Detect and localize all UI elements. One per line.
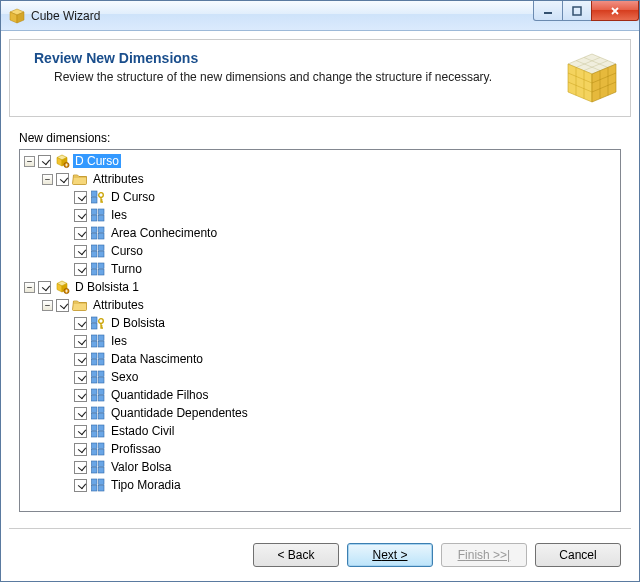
window-title: Cube Wizard [31, 9, 100, 23]
tree-node-label[interactable]: D Curso [109, 190, 157, 204]
tree-checkbox[interactable] [74, 479, 87, 492]
tree-checkbox[interactable] [74, 425, 87, 438]
maximize-button[interactable] [562, 1, 592, 21]
page-title: Review New Dimensions [34, 50, 616, 66]
cancel-button[interactable]: Cancel [535, 543, 621, 567]
tree-node[interactable]: Curso [20, 242, 620, 260]
tree-node[interactable]: Quantidade Filhos [20, 386, 620, 404]
tree-checkbox[interactable] [74, 335, 87, 348]
tree-checkbox[interactable] [74, 227, 87, 240]
dimension-icon [54, 279, 70, 295]
cube-illustration-icon [564, 50, 620, 106]
tree-checkbox[interactable] [38, 155, 51, 168]
tree-checkbox[interactable] [74, 371, 87, 384]
svg-rect-3 [544, 12, 552, 14]
page-subtitle: Review the structure of the new dimensio… [54, 70, 616, 84]
wizard-buttons: < Back Next > Finish >>| Cancel [9, 528, 631, 581]
tree-node-label[interactable]: Area Conhecimento [109, 226, 219, 240]
tree-node-label[interactable]: Profissao [109, 442, 163, 456]
cube-icon [9, 8, 25, 24]
close-button[interactable] [591, 1, 639, 21]
tree-node[interactable]: Ies [20, 206, 620, 224]
tree-node-label[interactable]: Estado Civil [109, 424, 176, 438]
collapse-toggle[interactable]: − [42, 174, 53, 185]
tree-node[interactable]: −Attributes [20, 296, 620, 314]
tree-checkbox[interactable] [56, 299, 69, 312]
tree-node[interactable]: Valor Bolsa [20, 458, 620, 476]
tree-node[interactable]: −Attributes [20, 170, 620, 188]
tree-node-label[interactable]: Quantidade Filhos [109, 388, 210, 402]
window-controls [534, 1, 639, 21]
titlebar[interactable]: Cube Wizard [1, 1, 639, 31]
tree-checkbox[interactable] [74, 353, 87, 366]
tree-checkbox[interactable] [38, 281, 51, 294]
collapse-toggle[interactable]: − [42, 300, 53, 311]
tree-node-label[interactable]: Sexo [109, 370, 140, 384]
tree-node[interactable]: −D Curso [20, 152, 620, 170]
collapse-toggle[interactable]: − [24, 156, 35, 167]
back-button[interactable]: < Back [253, 543, 339, 567]
tree-node[interactable]: Sexo [20, 368, 620, 386]
tree-node-label[interactable]: Turno [109, 262, 144, 276]
tree-checkbox[interactable] [74, 443, 87, 456]
tree-node[interactable]: Estado Civil [20, 422, 620, 440]
minimize-button[interactable] [533, 1, 563, 21]
new-dimensions-label: New dimensions: [19, 131, 621, 145]
tree-node[interactable]: Turno [20, 260, 620, 278]
tree-node-label[interactable]: Ies [109, 334, 129, 348]
tree-checkbox[interactable] [74, 191, 87, 204]
tree-node[interactable]: −D Bolsista 1 [20, 278, 620, 296]
tree-node-label[interactable]: Tipo Moradia [109, 478, 183, 492]
tree-node-label[interactable]: D Bolsista [109, 316, 167, 330]
tree-node[interactable]: Ies [20, 332, 620, 350]
tree-node[interactable]: Tipo Moradia [20, 476, 620, 494]
tree-node[interactable]: Quantidade Dependentes [20, 404, 620, 422]
tree-node[interactable]: Area Conhecimento [20, 224, 620, 242]
tree-checkbox[interactable] [74, 263, 87, 276]
tree-node[interactable]: D Curso [20, 188, 620, 206]
tree-checkbox[interactable] [74, 389, 87, 402]
tree-node[interactable]: Profissao [20, 440, 620, 458]
next-button[interactable]: Next > [347, 543, 433, 567]
tree-node-label[interactable]: Curso [109, 244, 145, 258]
wizard-header: Review New Dimensions Review the structu… [9, 39, 631, 117]
tree-node-label[interactable]: Ies [109, 208, 129, 222]
collapse-toggle[interactable]: − [24, 282, 35, 293]
attribute-icon [90, 477, 106, 493]
tree-checkbox[interactable] [74, 245, 87, 258]
cube-wizard-window: Cube Wizard Review New Dimensions Review… [0, 0, 640, 582]
svg-rect-4 [573, 7, 581, 15]
dimension-icon [54, 153, 70, 169]
tree-node[interactable]: Data Nascimento [20, 350, 620, 368]
tree-checkbox[interactable] [74, 407, 87, 420]
dimensions-tree[interactable]: −D Curso−AttributesD CursoIesArea Conhec… [19, 149, 621, 512]
folder-icon [72, 171, 88, 187]
tree-checkbox[interactable] [56, 173, 69, 186]
tree-checkbox[interactable] [74, 461, 87, 474]
tree-checkbox[interactable] [74, 317, 87, 330]
wizard-body: New dimensions: −D Curso−AttributesD Cur… [1, 117, 639, 518]
tree-checkbox[interactable] [74, 209, 87, 222]
tree-node[interactable]: D Bolsista [20, 314, 620, 332]
finish-button[interactable]: Finish >>| [441, 543, 527, 567]
tree-node-label[interactable]: Data Nascimento [109, 352, 205, 366]
tree-node-label[interactable]: Quantidade Dependentes [109, 406, 250, 420]
tree-node-label[interactable]: Valor Bolsa [109, 460, 173, 474]
folder-icon [72, 297, 88, 313]
